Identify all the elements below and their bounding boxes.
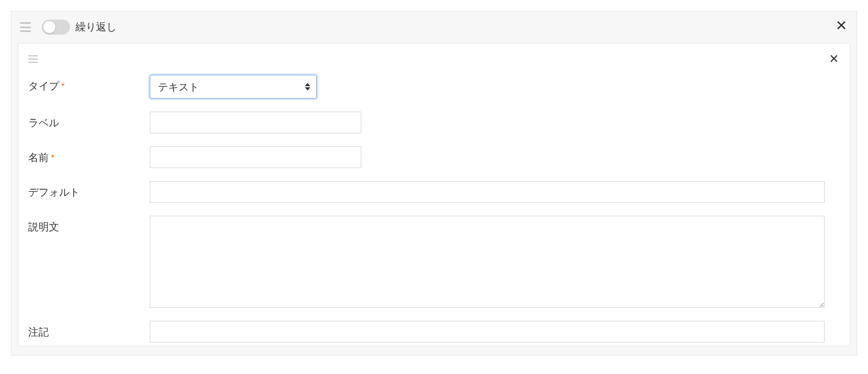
name-input[interactable] xyxy=(150,146,361,168)
label-field-label: ラベル xyxy=(28,112,150,130)
label-text: 説明文 xyxy=(28,221,59,233)
description-textarea[interactable] xyxy=(150,216,825,308)
note-label: 注記 xyxy=(28,321,150,339)
label-text: タイプ xyxy=(28,80,59,92)
drag-handle-icon[interactable] xyxy=(28,55,38,63)
required-star: * xyxy=(61,82,65,91)
repeater-panel: 繰り返し ✕ ✕ タイプ* テキスト xyxy=(11,11,857,356)
default-label: デフォルト xyxy=(28,181,150,199)
default-input[interactable] xyxy=(150,181,825,203)
close-icon[interactable]: ✕ xyxy=(835,19,848,32)
note-input[interactable] xyxy=(150,321,825,343)
toggle-knob xyxy=(43,21,55,33)
drag-handle-icon[interactable] xyxy=(20,22,31,32)
panel-header: 繰り返し ✕ xyxy=(11,11,857,43)
close-icon[interactable]: ✕ xyxy=(828,53,840,65)
label-text: 注記 xyxy=(28,326,49,338)
row-label: ラベル xyxy=(28,112,840,133)
label-text: ラベル xyxy=(28,117,59,128)
name-label: 名前* xyxy=(28,146,150,165)
label-input[interactable] xyxy=(150,112,361,133)
type-select-wrap: テキスト xyxy=(150,75,317,99)
repeat-toggle-label: 繰り返し xyxy=(75,20,117,34)
row-description: 説明文 xyxy=(28,216,840,308)
required-star: * xyxy=(51,153,54,163)
field-config-panel: ✕ タイプ* テキスト ラベル 名前* xyxy=(18,43,850,346)
row-type: タイプ* テキスト xyxy=(28,75,840,99)
type-select[interactable]: テキスト xyxy=(150,75,317,99)
row-name: 名前* xyxy=(28,146,840,168)
row-note: 注記 xyxy=(28,321,840,343)
label-text: デフォルト xyxy=(28,186,80,198)
row-default: デフォルト xyxy=(28,181,840,203)
inner-header: ✕ xyxy=(28,53,840,65)
type-label: タイプ* xyxy=(28,75,150,93)
label-text: 名前 xyxy=(28,152,49,163)
repeat-toggle[interactable] xyxy=(42,20,70,35)
description-label: 説明文 xyxy=(28,216,150,234)
